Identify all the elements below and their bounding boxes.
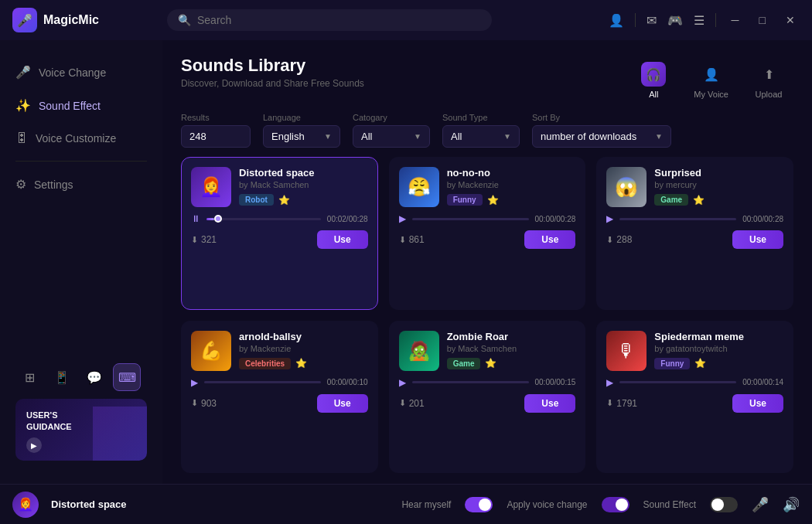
mic-icon: 🎤: [15, 65, 31, 80]
star-icon-6: ⭐: [694, 358, 706, 369]
card-top-3: 😱 Surprised by mercury Game ⭐: [606, 167, 783, 207]
card-tags-2: Funny ⭐: [447, 194, 576, 206]
search-input[interactable]: [197, 14, 481, 26]
tool-grid[interactable]: ⊞: [15, 363, 43, 391]
sound-type-select[interactable]: All ▼: [442, 125, 520, 148]
tab-all[interactable]: 🎧 All: [629, 56, 678, 105]
sound-card-5[interactable]: 🧟 Zombie Roar by Mack Samchen Game ⭐ ▶: [389, 321, 586, 474]
tab-my-voice[interactable]: 👤 My Voice: [683, 56, 739, 105]
close-button[interactable]: ✕: [781, 12, 800, 28]
app-name: MagicMic: [43, 13, 99, 27]
discord-icon[interactable]: 🎮: [667, 13, 683, 28]
download-number-4: 903: [201, 398, 217, 409]
use-button-6[interactable]: Use: [732, 394, 783, 413]
menu-icon[interactable]: ☰: [694, 13, 705, 28]
guidance-arrow: ▶: [26, 437, 42, 453]
card-tag-4: Celebrities: [239, 358, 291, 369]
logo-icon: 🎤: [12, 8, 37, 32]
sound-card-6[interactable]: 🎙 Spiederman meme by gatatontoytwitch Fu…: [596, 321, 793, 474]
sound-effect-toggle[interactable]: [710, 497, 738, 512]
card-author-4: by Mackenzie: [239, 344, 368, 353]
sound-card-1[interactable]: 👩‍🦰 Distorted space by Mack Samchen Robo…: [181, 157, 378, 310]
maximize-button[interactable]: □: [755, 12, 770, 28]
sound-card-3[interactable]: 😱 Surprised by mercury Game ⭐ ▶: [596, 157, 793, 310]
minimize-button[interactable]: ─: [727, 12, 744, 28]
progress-time-2: 00:00/00:28: [535, 215, 576, 223]
card-author-2: by Mackenzie: [447, 180, 576, 189]
sidebar-item-voice-customize[interactable]: 🎛 Voice Customize: [0, 122, 162, 155]
tab-upload[interactable]: ⬆ Upload: [744, 56, 793, 105]
download-count-5: ⬇ 201: [399, 398, 425, 409]
progress-time-4: 00:00/00:10: [327, 378, 368, 386]
play-button-4[interactable]: ▶: [191, 377, 198, 388]
sidebar-item-sound-effect[interactable]: ✨ Sound Effect: [0, 89, 162, 122]
use-button-2[interactable]: Use: [524, 230, 575, 249]
card-tags-3: Game ⭐: [654, 194, 783, 206]
sidebar-item-settings[interactable]: ⚙ Settings: [0, 168, 162, 201]
mail-icon[interactable]: ✉: [647, 13, 657, 28]
tool-phone[interactable]: 📱: [48, 363, 76, 391]
card-author-5: by Mack Samchen: [447, 344, 576, 353]
use-button-5[interactable]: Use: [524, 394, 575, 413]
sort-select[interactable]: number of downloads ▼: [532, 125, 671, 148]
card-tag-2: Funny: [447, 194, 483, 206]
guidance-image: [93, 407, 147, 461]
download-icon-2: ⬇: [399, 235, 406, 245]
play-button-1[interactable]: ⏸: [191, 213, 200, 224]
progress-bar-2[interactable]: [412, 218, 529, 220]
card-progress-1: ⏸ 00:02/00:28: [191, 213, 368, 224]
user-guidance-banner[interactable]: USER'S GUIDANCE ▶: [15, 399, 147, 461]
progress-bar-4[interactable]: [204, 381, 321, 383]
tool-keyboard[interactable]: ⌨: [113, 363, 141, 391]
card-bottom-6: ⬇ 1791 Use: [606, 394, 783, 413]
content-header: Sounds Library Discover, Download and Sh…: [162, 40, 812, 113]
search-bar[interactable]: 🔍: [167, 9, 492, 31]
tool-chat[interactable]: 💬: [80, 363, 108, 391]
user-icon[interactable]: 👤: [609, 13, 624, 28]
card-progress-2: ▶ 00:00/00:28: [399, 213, 576, 224]
star-icon-3: ⭐: [693, 195, 705, 206]
use-button-4[interactable]: Use: [317, 394, 368, 413]
card-bottom-2: ⬇ 861 Use: [399, 230, 576, 249]
page-title-area: Sounds Library Discover, Download and Sh…: [181, 56, 364, 89]
card-tag-5: Game: [447, 358, 481, 369]
sound-card-4[interactable]: 💪 arnold-ballsy by Mackenzie Celebrities…: [181, 321, 378, 474]
download-icon-5: ⬇: [399, 398, 406, 408]
tab-upload-label: Upload: [756, 90, 783, 99]
card-tag-3: Game: [654, 194, 688, 206]
card-tags-1: Robot ⭐: [239, 194, 368, 206]
language-select[interactable]: English ▼: [263, 125, 340, 148]
volume-icon[interactable]: 🔊: [783, 496, 800, 513]
progress-bar-1[interactable]: [206, 218, 321, 220]
sidebar-label-sound-effect: Sound Effect: [39, 100, 101, 112]
sidebar-item-voice-change[interactable]: 🎤 Voice Change: [0, 56, 162, 89]
play-button-2[interactable]: ▶: [399, 213, 406, 224]
card-bottom-1: ⬇ 321 Use: [191, 230, 368, 249]
sound-card-2[interactable]: 😤 no-no-no by Mackenzie Funny ⭐ ▶: [389, 157, 586, 310]
download-icon-1: ⬇: [191, 235, 198, 245]
search-icon: 🔍: [178, 14, 191, 26]
card-avatar-6: 🎙: [606, 331, 647, 371]
mic-mute-icon[interactable]: 🎤: [752, 496, 769, 513]
sidebar: 🎤 Voice Change ✨ Sound Effect 🎛 Voice Cu…: [0, 40, 162, 484]
apply-voice-toggle[interactable]: [602, 497, 629, 512]
sort-label: Sort By: [532, 113, 671, 122]
play-button-6[interactable]: ▶: [606, 377, 613, 388]
play-button-5[interactable]: ▶: [399, 377, 406, 388]
category-select[interactable]: All ▼: [353, 125, 430, 148]
use-button-1[interactable]: Use: [317, 230, 368, 249]
filter-sound-type: Sound Type All ▼: [442, 113, 520, 148]
hear-myself-toggle[interactable]: [465, 497, 493, 512]
card-info-3: Surprised by mercury Game ⭐: [654, 167, 783, 206]
use-button-3[interactable]: Use: [732, 230, 783, 249]
sidebar-bottom: ⊞ 📱 💬 ⌨ USER'S GUIDANCE ▶: [0, 356, 162, 468]
progress-bar-6[interactable]: [619, 381, 736, 383]
play-button-3[interactable]: ▶: [606, 213, 613, 224]
category-chevron-icon: ▼: [414, 132, 421, 141]
card-progress-6: ▶ 00:00/00:14: [606, 377, 783, 388]
card-avatar-3: 😱: [606, 167, 647, 207]
titlebar: 🎤 MagicMic 🔍 👤 ✉ 🎮 ☰ ─ □ ✕: [0, 0, 812, 40]
progress-bar-5[interactable]: [412, 381, 529, 383]
progress-bar-3[interactable]: [619, 218, 736, 220]
card-title-4: arnold-ballsy: [239, 331, 368, 342]
